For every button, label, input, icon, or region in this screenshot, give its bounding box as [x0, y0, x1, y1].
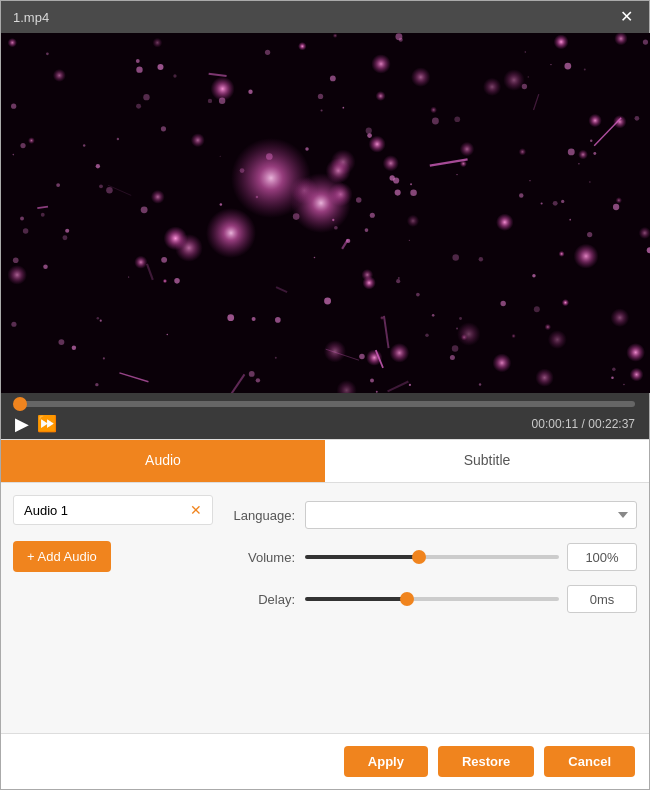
volume-label: Volume:	[225, 550, 295, 565]
language-control	[305, 501, 637, 529]
delay-row: Delay:	[225, 585, 637, 613]
audio-item: Audio 1 ✕	[13, 495, 213, 525]
close-button[interactable]: ✕	[616, 7, 637, 27]
language-select[interactable]	[305, 501, 637, 529]
audio-list-panel: Audio 1 ✕ + Add Audio	[13, 495, 213, 721]
volume-control	[305, 543, 637, 571]
delay-control	[305, 585, 637, 613]
tab-subtitle[interactable]: Subtitle	[325, 440, 649, 482]
apply-button[interactable]: Apply	[344, 746, 428, 777]
play-button[interactable]: ▶	[15, 415, 29, 433]
volume-slider-track	[305, 555, 559, 559]
restore-button[interactable]: Restore	[438, 746, 534, 777]
audio-settings-panel: Language: Volume:	[225, 495, 637, 721]
language-row: Language:	[225, 501, 637, 529]
delay-slider-track	[305, 597, 559, 601]
time-display: 00:00:11 / 00:22:37	[532, 417, 635, 431]
audio-item-label: Audio 1	[24, 503, 68, 518]
add-audio-button[interactable]: + Add Audio	[13, 541, 111, 572]
controls-left: ▶ ⏩	[15, 415, 57, 433]
titlebar: 1.mp4 ✕	[1, 1, 649, 33]
tab-audio[interactable]: Audio	[1, 440, 325, 482]
footer-buttons: Apply Restore Cancel	[1, 733, 649, 789]
tabs-row: Audio Subtitle	[1, 440, 649, 483]
delay-slider-container[interactable]	[305, 589, 559, 609]
video-canvas	[1, 33, 650, 393]
volume-slider-container[interactable]	[305, 547, 559, 567]
delay-label: Delay:	[225, 592, 295, 607]
player-controls: ▶ ⏩ 00:00:11 / 00:22:37	[1, 393, 649, 439]
audio-item-remove-button[interactable]: ✕	[190, 502, 202, 518]
tab-content: Audio 1 ✕ + Add Audio Language:	[1, 483, 649, 733]
current-time: 00:00:11	[532, 417, 579, 431]
volume-slider-thumb[interactable]	[412, 550, 426, 564]
total-time: 00:22:37	[588, 417, 635, 431]
volume-value-input[interactable]	[567, 543, 637, 571]
delay-slider-thumb[interactable]	[400, 592, 414, 606]
fast-forward-button[interactable]: ⏩	[37, 416, 57, 432]
progress-thumb[interactable]	[13, 397, 27, 411]
window-title: 1.mp4	[13, 10, 49, 25]
controls-row: ▶ ⏩ 00:00:11 / 00:22:37	[15, 415, 635, 433]
cancel-button[interactable]: Cancel	[544, 746, 635, 777]
progress-bar[interactable]	[15, 401, 635, 407]
delay-value-input[interactable]	[567, 585, 637, 613]
volume-row: Volume:	[225, 543, 637, 571]
bottom-panel: Audio Subtitle Audio 1 ✕ + Add Audio Lan…	[1, 439, 649, 789]
video-area	[1, 33, 650, 393]
main-window: 1.mp4 ✕ ▶ ⏩ 00:00:11 / 00:22:37	[0, 0, 650, 790]
language-label: Language:	[225, 508, 295, 523]
